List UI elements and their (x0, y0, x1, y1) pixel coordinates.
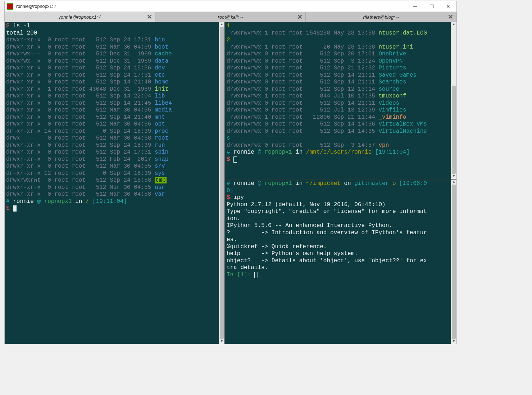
app-icon (7, 3, 13, 10)
window-title: ronnie@ropnopx1: / (16, 4, 407, 9)
terminal-left[interactable]: $ ls -ltotal 200drwxr-xr-x 0 root root 5… (5, 22, 224, 213)
tab-bar: ronnie@ropnopx1: / ✕ root@kali: ~ ✕ rfla… (5, 12, 456, 22)
pane-right-bottom[interactable]: # ronnie @ ropnopx1 in ~/impacket on git… (225, 180, 456, 344)
scroll-thumb[interactable] (452, 86, 456, 174)
tab-label: rflathers@blog: ~ (363, 14, 399, 20)
scrollbar-right-bottom[interactable]: ▲ ▼ (451, 180, 456, 344)
scrollbar-left[interactable]: ▲ ▼ (219, 22, 224, 344)
scroll-track[interactable] (219, 27, 224, 339)
maximize-button[interactable]: ☐ (423, 1, 440, 12)
scroll-down-icon[interactable]: ▼ (451, 339, 456, 344)
scroll-track[interactable] (451, 27, 456, 174)
tab-2[interactable]: rflathers@blog: ~ ✕ (306, 12, 456, 22)
scroll-down-icon[interactable]: ▼ (451, 174, 456, 179)
tab-close-icon[interactable]: ✕ (297, 13, 303, 21)
scroll-thumb[interactable] (220, 27, 224, 339)
pane-right-top[interactable]: 1-rwxrwxrwx 1 root root 1548288 May 28 1… (225, 22, 456, 180)
scroll-track[interactable] (451, 185, 456, 339)
pane-left[interactable]: $ ls -ltotal 200drwxr-xr-x 0 root root 5… (5, 22, 225, 344)
scroll-up-icon[interactable]: ▲ (219, 22, 224, 27)
scroll-thumb[interactable] (452, 185, 456, 339)
terminal-window: ronnie@ropnopx1: / ─ ☐ ✕ ronnie@ropnopx1… (4, 1, 457, 344)
scroll-up-icon[interactable]: ▲ (451, 180, 456, 185)
titlebar[interactable]: ronnie@ropnopx1: / ─ ☐ ✕ (5, 1, 456, 12)
tmux-panes: $ ls -ltotal 200drwxr-xr-x 0 root root 5… (5, 22, 456, 344)
tab-label: root@kali: ~ (218, 14, 243, 20)
tab-close-icon[interactable]: ✕ (448, 13, 453, 21)
scroll-up-icon[interactable]: ▲ (451, 22, 456, 27)
tab-1[interactable]: root@kali: ~ ✕ (155, 12, 306, 22)
terminal-right-top[interactable]: 1-rwxrwxrwx 1 root root 1548288 May 28 1… (225, 22, 456, 164)
pane-right-column: 1-rwxrwxrwx 1 root root 1548288 May 28 1… (225, 22, 456, 344)
tab-0[interactable]: ronnie@ropnopx1: / ✕ (5, 12, 155, 22)
tab-close-icon[interactable]: ✕ (147, 13, 152, 21)
minimize-button[interactable]: ─ (407, 1, 423, 12)
scrollbar-right-top[interactable]: ▲ ▼ (451, 22, 456, 179)
window-controls: ─ ☐ ✕ (407, 1, 456, 12)
close-button[interactable]: ✕ (440, 1, 456, 12)
terminal-right-bottom[interactable]: # ronnie @ ropnopx1 in ~/impacket on git… (225, 180, 456, 279)
scroll-down-icon[interactable]: ▼ (219, 339, 224, 344)
tab-label: ronnie@ropnopx1: / (59, 14, 100, 20)
